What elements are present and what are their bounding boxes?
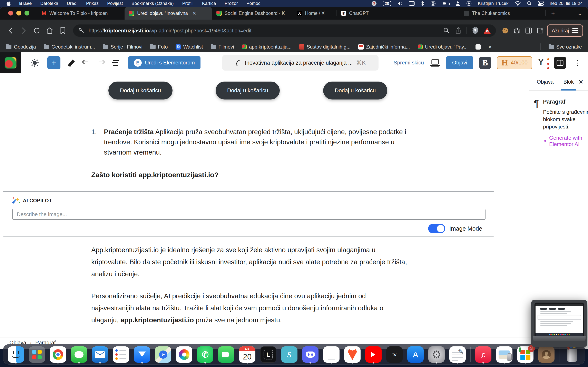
dock-maps-icon[interactable]: ➤: [155, 345, 172, 364]
reload-button[interactable]: [31, 25, 43, 36]
zoom-window-button[interactable]: [25, 11, 29, 16]
dock-textedit-icon[interactable]: ✎: [449, 345, 466, 364]
cookie-extension-icon[interactable]: [502, 28, 508, 33]
bookmark-uredi-pay[interactable]: Uredi objavu “Pay...: [418, 44, 468, 50]
airplay-icon[interactable]: [430, 1, 436, 6]
keyboard-icon[interactable]: [409, 1, 415, 6]
menubar-clock[interactable]: ned 20. lis 19:24: [550, 1, 583, 6]
back-button[interactable]: [5, 25, 16, 36]
tab-close-icon[interactable]: ✕: [192, 10, 196, 16]
dock-settings-icon[interactable]: ⚙: [428, 345, 445, 364]
dock-calendar-icon[interactable]: LIS20: [239, 345, 256, 364]
dock-reminders-icon[interactable]: [113, 345, 130, 364]
redo-button[interactable]: [94, 55, 108, 70]
paragraph-block[interactable]: Personalizirano sučelje, AI predikcije i…: [91, 290, 410, 326]
dark-mode-sun-icon[interactable]: [27, 55, 42, 70]
command-palette[interactable]: Inovativna aplikacija za praćenje ulagan…: [222, 55, 379, 71]
list-view-button[interactable]: [108, 55, 123, 70]
menu-povijest[interactable]: Povijest: [107, 1, 123, 6]
bat-rewards-icon[interactable]: [484, 27, 491, 34]
bookmark-app-icon-only[interactable]: [476, 44, 481, 50]
sidebar-tab-blok[interactable]: Blok: [561, 73, 576, 91]
now-playing-icon[interactable]: [466, 1, 472, 6]
dock-app-store-icon[interactable]: A: [407, 345, 424, 364]
bookmark-serije-filmovi[interactable]: Serije i Filmovi: [103, 44, 143, 50]
tab-chatgpt[interactable]: ✳ ChatGPT: [337, 7, 459, 20]
image-mode-toggle[interactable]: [428, 224, 445, 233]
reading-list-icon[interactable]: [537, 27, 543, 34]
zoom-out-icon[interactable]: [443, 27, 450, 34]
copilot-prompt-input[interactable]: [12, 209, 485, 220]
dock-finder-icon[interactable]: [8, 345, 24, 364]
save-draft-button[interactable]: Spremi skicu: [394, 59, 424, 66]
browser-menu-icon[interactable]: [572, 27, 579, 34]
dock-screenshot-app-icon[interactable]: L: [260, 345, 277, 364]
menu-prozor[interactable]: Prozor: [225, 1, 238, 6]
dock-facetime-icon[interactable]: [218, 345, 234, 364]
dock-ms-office-icon[interactable]: ⬇3: [517, 345, 534, 364]
menu-datoteka[interactable]: Datoteka: [40, 1, 58, 6]
publish-button[interactable]: Objavi: [446, 56, 474, 69]
status-s-app-icon[interactable]: S: [372, 1, 376, 6]
address-bar[interactable]: https://kriptoentuzijasti.io/wp-admin/po…: [73, 25, 496, 37]
bookmark-zajednicki[interactable]: Zajednički informa...: [358, 44, 410, 50]
bookmark-filmovi[interactable]: Filmovi: [211, 44, 234, 50]
bookmark-sustav[interactable]: Sustav digitalnih g...: [299, 44, 351, 50]
extensions-puzzle-icon[interactable]: [513, 27, 520, 34]
tab-home-x[interactable]: X Home / X: [292, 7, 336, 20]
dock-spark-mail-icon[interactable]: [134, 345, 150, 364]
dock-trash-icon[interactable]: [564, 345, 580, 364]
dock-discord-icon[interactable]: [302, 345, 319, 364]
add-to-cart-button[interactable]: Dodaj u košaricu: [323, 82, 387, 100]
wifi-icon[interactable]: [515, 1, 521, 6]
sidebar-toggle-icon[interactable]: [525, 27, 532, 34]
menu-profili[interactable]: Profili: [182, 1, 194, 6]
paragraph-block[interactable]: App.kriptoentuzijasti.io je idealno rješ…: [91, 244, 410, 280]
site-logo[interactable]: [0, 52, 21, 73]
minimize-window-button[interactable]: [16, 11, 21, 16]
settings-panel-toggle[interactable]: [554, 57, 566, 69]
bookmark-geodezija[interactable]: Geodezija: [6, 44, 36, 50]
all-bookmarks[interactable]: Sve oznake: [549, 44, 582, 50]
bookmark-foto[interactable]: Foto: [150, 44, 168, 50]
dock-contacts-folder-icon[interactable]: [538, 345, 555, 364]
menubar-username[interactable]: Kristijan Trucek: [478, 1, 508, 6]
edit-with-elementor-button[interactable]: E Uredi s Elementorom: [128, 56, 200, 69]
bookmark-watchlist[interactable]: @Watchlist: [176, 44, 203, 50]
sidebar-close-button[interactable]: ✕: [579, 78, 584, 85]
tab-uredi-objavu[interactable]: Uredi objavu “Inovativna ✕: [125, 7, 212, 20]
tools-pencil-icon[interactable]: [64, 55, 79, 70]
preview-laptop-icon[interactable]: [430, 59, 440, 67]
ordered-list-item[interactable]: 1. Praćenje tržišta Aplikacija pruža sve…: [91, 127, 410, 157]
bookmark-geodetski[interactable]: Geodetski instrum...: [44, 44, 95, 50]
url-text[interactable]: https://kriptoentuzijasti.io/wp-admin/po…: [89, 28, 443, 34]
close-window-button[interactable]: [8, 11, 13, 16]
bluetooth-icon[interactable]: [421, 1, 424, 6]
tab-chukanomics[interactable]: The Chukanomics: [459, 7, 545, 20]
brave-update-button[interactable]: Ažuriraj: [547, 25, 583, 37]
seo-score-badge[interactable]: H 40/100: [497, 56, 532, 69]
dock-photos-icon[interactable]: [176, 345, 192, 364]
dock-whatsapp-icon[interactable]: ✆: [197, 345, 214, 364]
tab-social-engine[interactable]: Social Engine Dashboard ‹ K: [212, 7, 292, 20]
volume-icon[interactable]: [397, 1, 403, 6]
forward-button[interactable]: [18, 25, 29, 36]
screenshot-preview-window[interactable]: [531, 300, 587, 347]
menu-app-name[interactable]: Brave: [19, 1, 32, 6]
menu-kartica[interactable]: Kartica: [202, 1, 216, 6]
brave-shields-lion-icon[interactable]: [472, 27, 478, 34]
battery-icon[interactable]: [442, 2, 449, 5]
fast-user-switch-icon[interactable]: [455, 1, 460, 6]
site-permissions-key-icon[interactable]: [78, 27, 85, 34]
section-heading[interactable]: Zašto koristiti app.kriptoentuzijasti.io…: [91, 171, 218, 179]
menu-prikaz[interactable]: Prikaz: [86, 1, 99, 6]
dock-surfshark-icon[interactable]: S: [281, 345, 298, 364]
share-icon[interactable]: [455, 27, 461, 34]
dock-messages-icon[interactable]: [71, 345, 87, 364]
dock-brave-icon[interactable]: [344, 345, 361, 364]
dock-music-icon[interactable]: ♫: [475, 345, 492, 364]
add-to-cart-button[interactable]: Dodaj u košaricu: [216, 82, 280, 100]
control-center-icon[interactable]: [538, 1, 544, 6]
dock-mail-icon[interactable]: [92, 345, 108, 364]
dock-chrome-icon[interactable]: [50, 345, 66, 364]
